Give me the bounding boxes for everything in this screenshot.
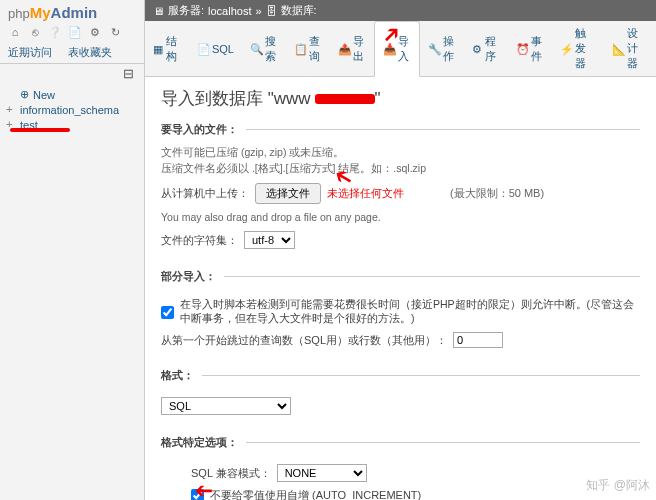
docs-icon[interactable]: ❔ xyxy=(48,25,62,39)
db-icon: 🗄 xyxy=(266,5,277,17)
structure-icon: ▦ xyxy=(153,43,163,55)
page-title: 导入到数据库 "www" xyxy=(161,87,640,110)
sql-icon[interactable]: 📄 xyxy=(68,25,82,39)
upload-row: 从计算机中上传： 选择文件 未选择任何文件 (最大限制：50 MB) xyxy=(161,183,640,204)
tab-operations[interactable]: 🔧操作 xyxy=(420,21,464,76)
annotation-line xyxy=(10,128,70,132)
sidebar-toolbar: ⌂ ⎋ ❔ 📄 ⚙ ↻ xyxy=(0,23,144,43)
events-icon: ⏰ xyxy=(516,43,528,55)
format-legend: 格式： xyxy=(161,368,202,383)
content: 导入到数据库 "www" 要导入的文件： 文件可能已压缩 (gzip, zip)… xyxy=(145,77,656,500)
partial-fieldset: 部分导入： 在导入时脚本若检测到可能需要花费很长时间（接近PHP超时的限定）则允… xyxy=(161,269,640,364)
export-icon: 📤 xyxy=(338,43,350,55)
home-icon[interactable]: ⌂ xyxy=(8,25,22,39)
charset-label: 文件的字符集： xyxy=(161,233,238,248)
tab-query[interactable]: 📋查询 xyxy=(286,21,330,76)
sql-icon: 📄 xyxy=(197,43,209,55)
skip-label: 从第一个开始跳过的查询数（SQL用）或行数（其他用）： xyxy=(161,333,447,348)
hint-format: 压缩文件名必须以 .[格式].[压缩方式] 结尾。如：.sql.zip xyxy=(161,161,640,177)
interrupt-row: 在导入时脚本若检测到可能需要花费很长时间（接近PHP超时的限定）则允许中断。(尽… xyxy=(161,298,640,326)
routines-icon: ⚙ xyxy=(472,43,482,55)
compat-select[interactable]: NONE xyxy=(277,464,367,482)
ops-icon: 🔧 xyxy=(428,43,440,55)
tree-item-db[interactable]: +information_schema xyxy=(6,102,138,117)
tab-sql[interactable]: 📄SQL xyxy=(189,21,242,76)
file-legend: 要导入的文件： xyxy=(161,122,246,137)
drag-hint: You may also drag and drop a file on any… xyxy=(161,210,640,226)
charset-row: 文件的字符集： utf-8 xyxy=(161,231,640,249)
bc-server-label: 服务器: xyxy=(168,3,204,18)
tab-routines[interactable]: ⚙程序 xyxy=(464,21,508,76)
interrupt-label: 在导入时脚本若检测到可能需要花费很长时间（接近PHP超时的限定）则允许中断。(尽… xyxy=(180,298,640,326)
annotation-arrow: ➔ xyxy=(195,478,213,500)
options-legend: 格式特定选项： xyxy=(161,435,246,450)
hint-compress: 文件可能已压缩 (gzip, zip) 或未压缩。 xyxy=(161,145,640,161)
skip-row: 从第一个开始跳过的查询数（SQL用）或行数（其他用）： xyxy=(161,332,640,348)
watermark: 知乎 @阿沐 xyxy=(586,477,650,494)
format-fieldset: 格式： SQL xyxy=(161,368,640,431)
format-select[interactable]: SQL xyxy=(161,397,291,415)
skip-input[interactable] xyxy=(453,332,503,348)
tab-search[interactable]: 🔍搜索 xyxy=(242,21,286,76)
tab-events[interactable]: ⏰事件 xyxy=(508,21,552,76)
settings-icon[interactable]: ⚙ xyxy=(88,25,102,39)
tab-designer[interactable]: 📐设计器 xyxy=(604,21,656,76)
tab-recent[interactable]: 近期访问 xyxy=(0,43,60,63)
tab-export[interactable]: 📤导出 xyxy=(330,21,374,76)
server-icon: 🖥 xyxy=(153,5,164,17)
designer-icon: 📐 xyxy=(612,43,624,55)
refresh-icon[interactable]: ↻ xyxy=(108,25,122,39)
compat-row: SQL 兼容模式： NONE xyxy=(191,464,640,482)
top-tabs: ▦结构 📄SQL 🔍搜索 📋查询 📤导出 📥导入 🔧操作 ⚙程序 ⏰事件 ⚡触发… xyxy=(145,21,656,77)
bc-server[interactable]: localhost xyxy=(208,5,251,17)
file-fieldset: 要导入的文件： 文件可能已压缩 (gzip, zip) 或未压缩。 压缩文件名必… xyxy=(161,122,640,265)
expand-icon[interactable]: + xyxy=(6,103,16,116)
upload-label: 从计算机中上传： xyxy=(161,186,249,201)
choose-file-button[interactable]: 选择文件 xyxy=(255,183,321,204)
sidebar-collapse-icon[interactable]: ⊟ xyxy=(0,64,144,83)
logout-icon[interactable]: ⎋ xyxy=(28,25,42,39)
search-icon: 🔍 xyxy=(250,43,262,55)
bc-db-label: 数据库: xyxy=(281,3,317,18)
autoinc-row: 不要给零值使用自增 (AUTO_INCREMENT) xyxy=(191,488,640,500)
autoinc-label: 不要给零值使用自增 (AUTO_INCREMENT) xyxy=(210,488,421,500)
logo-admin: Admin xyxy=(51,4,98,21)
tab-favorites[interactable]: 表收藏夹 xyxy=(60,43,120,63)
tab-structure[interactable]: ▦结构 xyxy=(145,21,189,76)
tree-label: information_schema xyxy=(20,104,119,116)
charset-select[interactable]: utf-8 xyxy=(244,231,295,249)
redaction xyxy=(315,94,375,104)
interrupt-checkbox[interactable] xyxy=(161,306,174,319)
max-size: (最大限制：50 MB) xyxy=(450,186,544,201)
tab-triggers[interactable]: ⚡触发器 xyxy=(552,21,604,76)
tree-item-new[interactable]: ⊕New xyxy=(6,87,138,102)
sidebar: phpMyAdmin ⌂ ⎋ ❔ 📄 ⚙ ↻ 近期访问 表收藏夹 ⊟ ⊕New … xyxy=(0,0,145,500)
query-icon: 📋 xyxy=(294,43,306,55)
tree-label: New xyxy=(33,89,55,101)
options-fieldset: 格式特定选项： SQL 兼容模式： NONE 不要给零值使用自增 (AUTO_I… xyxy=(161,435,640,500)
logo-php: php xyxy=(8,6,30,21)
partial-legend: 部分导入： xyxy=(161,269,224,284)
main-panel: 🖥 服务器: localhost » 🗄 数据库: ▦结构 📄SQL 🔍搜索 📋… xyxy=(145,0,656,500)
breadcrumb: 🖥 服务器: localhost » 🗄 数据库: xyxy=(145,0,656,21)
new-icon: ⊕ xyxy=(20,88,29,101)
sidebar-tabs: 近期访问 表收藏夹 xyxy=(0,43,144,64)
logo-my: My xyxy=(30,4,51,21)
triggers-icon: ⚡ xyxy=(560,43,572,55)
logo: phpMyAdmin xyxy=(0,0,144,23)
